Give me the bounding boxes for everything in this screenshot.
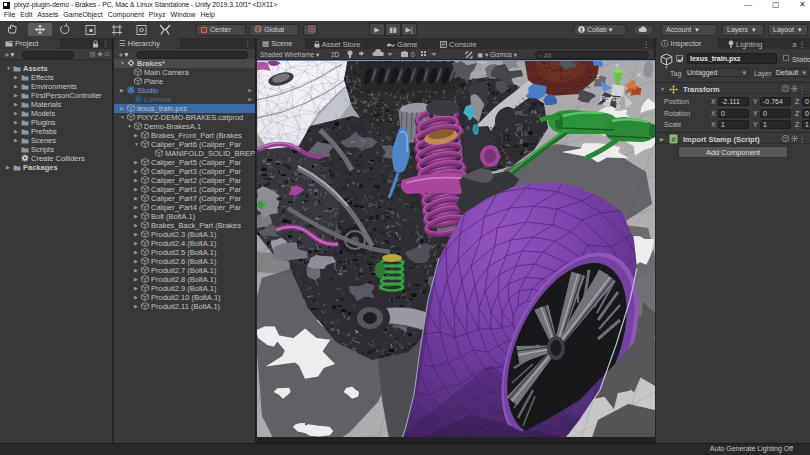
svg-text:Persp: Persp [600,94,620,103]
svg-text:X: X [637,72,641,78]
svg-text:?: ? [784,86,787,92]
svg-text:0: 0 [411,51,415,58]
svg-text:Y: Y [615,63,619,69]
svg-text:?: ? [784,136,787,142]
svg-text:Z: Z [596,74,600,80]
svg-text:#: # [672,136,676,143]
